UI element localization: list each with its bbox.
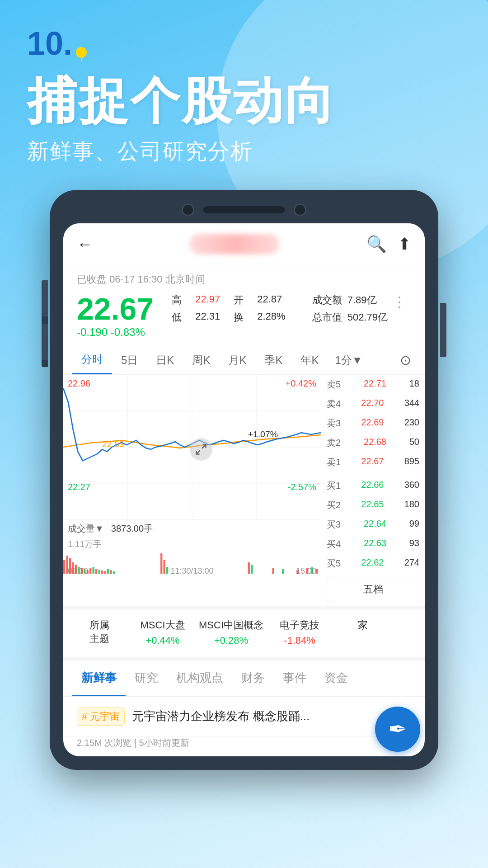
sell-3-row: 卖3 22.69 230: [321, 414, 425, 433]
svg-rect-15: [78, 567, 80, 574]
category-msci-large[interactable]: MSCI大盘 +0.44%: [136, 618, 190, 648]
category-esports[interactable]: 电子竞技 -1.84%: [272, 618, 327, 648]
volume-label-row: 成交量▼ 3873.00手: [63, 520, 321, 538]
tab-5ri[interactable]: 5日: [112, 347, 147, 374]
category-section: 所属 主题 MSCI大盘 +0.44% MSCI中国概念 +0.28% 电子竞技…: [63, 606, 425, 657]
sell-4-label: 卖4: [327, 398, 341, 410]
high-value: 22.97: [195, 293, 220, 307]
chart-high-price: 22.96: [68, 378, 90, 389]
volume-area: 成交量▼ 3873.00手 1.11万手: [63, 519, 321, 565]
sell-3-qty: 230: [404, 417, 419, 429]
sell-4-price: 22.70: [361, 398, 384, 410]
news-tab-fresh[interactable]: 新鲜事: [72, 661, 126, 696]
front-camera: [182, 203, 194, 216]
tab-1min[interactable]: 1分▼: [328, 347, 370, 374]
phone-mockup: ← 🔍 ⬆ 已收盘 06-17 16:30 北京时间 22.67 -0.190 …: [50, 190, 438, 770]
news-title-1: 元宇宙潜力企业榜发布 概念股踊...: [132, 708, 411, 725]
tab-zhouk[interactable]: 周K: [183, 347, 219, 374]
svg-rect-11: [66, 556, 68, 574]
stock-title-area: [102, 234, 366, 254]
tab-fenshi[interactable]: 分时: [72, 346, 112, 374]
market-cap-label: 总市值: [312, 311, 342, 323]
news-tab-events[interactable]: 事件: [274, 661, 315, 696]
stock-status: 已收盘 06-17 16:30 北京时间: [63, 265, 425, 290]
logo-dot: [76, 47, 87, 58]
svg-rect-21: [95, 569, 97, 574]
buy-5-row: 买5 22.62 274: [321, 554, 425, 573]
volume-bars-svg: [63, 551, 321, 574]
category-esports-change: -1.84%: [284, 635, 315, 646]
category-msci-china-name: MSCI中国概念: [199, 618, 263, 632]
svg-rect-28: [160, 553, 162, 574]
chart-container: 22.96 +0.42% 22.27 -2.57%: [63, 375, 425, 606]
buy-4-qty: 93: [409, 538, 419, 550]
news-tab-institution[interactable]: 机构观点: [167, 661, 232, 696]
svg-text:22.63: 22.63: [102, 440, 124, 449]
news-tab-research[interactable]: 研究: [126, 661, 167, 696]
stock-change: -0.190 -0.83%: [77, 326, 154, 339]
svg-rect-31: [248, 562, 250, 574]
tab-yuek[interactable]: 月K: [219, 347, 255, 374]
svg-rect-25: [107, 569, 109, 574]
front-sensor: [294, 203, 306, 216]
write-icon: ✒: [388, 716, 407, 742]
chart-main: 22.96 +0.42% 22.27 -2.57%: [63, 375, 321, 606]
news-item-1[interactable]: # 元宇宙 元宇宙潜力企业榜发布 概念股踊...: [63, 697, 425, 737]
buy-5-price: 22.62: [361, 557, 384, 570]
tab-jik[interactable]: 季K: [255, 347, 291, 374]
tab-nink[interactable]: 年K: [291, 347, 328, 374]
open-value: 22.87: [257, 293, 282, 307]
sell-5-row: 卖5 22.71 18: [321, 375, 425, 394]
sell-2-row: 卖2 22.68 50: [321, 433, 425, 453]
svg-rect-27: [113, 571, 115, 574]
sell-4-qty: 344: [404, 398, 419, 410]
category-more-name: 家: [358, 618, 368, 632]
svg-rect-17: [84, 569, 85, 574]
chart-tabs: 分时 5日 日K 周K 月K 季K 年K 1分▼ ⊙: [63, 346, 425, 375]
buy-2-row: 买2 22.65 180: [321, 495, 425, 515]
svg-rect-37: [311, 567, 313, 574]
sell-5-label: 卖5: [327, 378, 341, 391]
logo-text: 10.: [27, 27, 72, 60]
category-msci-china[interactable]: MSCI中国概念 +0.28%: [199, 618, 263, 648]
category-theme[interactable]: 所属 主题: [72, 618, 127, 648]
svg-rect-38: [316, 569, 318, 574]
stock-main-info: 22.67 -0.190 -0.83% 高 22.97 开 22.87 低 22…: [63, 290, 425, 346]
buy-2-price: 22.65: [361, 499, 384, 511]
category-msci-large-change: +0.44%: [145, 635, 179, 646]
svg-rect-19: [89, 568, 91, 574]
phone-speaker: [203, 206, 285, 213]
tab-rik[interactable]: 日K: [147, 347, 183, 374]
buy-1-qty: 360: [404, 480, 419, 492]
sell-3-label: 卖3: [327, 417, 341, 429]
sell-2-label: 卖2: [327, 437, 341, 449]
more-button[interactable]: ⋮: [388, 293, 411, 311]
news-tab-finance[interactable]: 财务: [232, 661, 274, 696]
buy-2-label: 买2: [327, 499, 341, 511]
svg-text:+1.07%: +1.07%: [248, 430, 278, 439]
category-more[interactable]: 家: [336, 618, 390, 648]
side-button-left: [42, 280, 48, 367]
phone-screen: ← 🔍 ⬆ 已收盘 06-17 16:30 北京时间 22.67 -0.190 …: [63, 223, 425, 756]
search-icon[interactable]: 🔍: [366, 235, 387, 254]
target-icon[interactable]: ⊙: [395, 348, 416, 373]
five-tier-button[interactable]: 五档: [327, 577, 419, 602]
buy-3-row: 买3 22.64 99: [321, 515, 425, 534]
expand-icon[interactable]: [190, 438, 212, 461]
write-fab[interactable]: ✒: [375, 707, 420, 752]
stock-price: 22.67: [77, 293, 154, 324]
news-tab-capital[interactable]: 资金: [315, 661, 357, 696]
back-button[interactable]: ←: [77, 235, 93, 254]
buy-3-label: 买3: [327, 519, 341, 531]
turnover-value: 2.28%: [257, 311, 285, 324]
category-msci-china-change: +0.28%: [214, 635, 248, 646]
buy-1-price: 22.66: [361, 480, 384, 492]
low-value: 22.31: [195, 311, 220, 324]
stock-extra: 成交额 7.89亿 总市值 502.79亿: [312, 293, 388, 324]
volume-type-label[interactable]: 成交量▼: [68, 523, 104, 535]
sell-1-price: 22.67: [361, 456, 384, 468]
order-divider: [321, 474, 425, 474]
share-icon[interactable]: ⬆: [398, 235, 411, 254]
svg-line-9: [197, 450, 200, 454]
buy-1-label: 买1: [327, 480, 341, 492]
